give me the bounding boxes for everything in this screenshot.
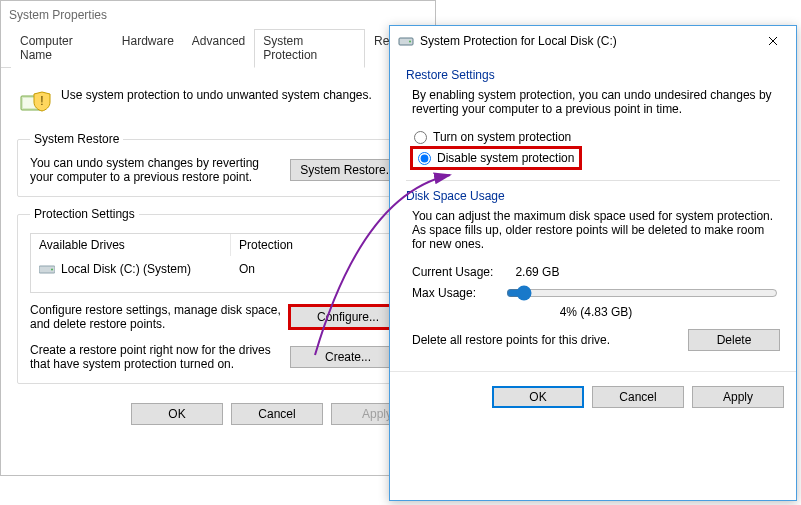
svg-point-6 xyxy=(409,41,411,43)
drives-table: Available Drives Protection Local Disk (… xyxy=(30,233,406,293)
max-usage-label: Max Usage: xyxy=(412,286,496,300)
col-header-protection[interactable]: Protection xyxy=(231,234,405,256)
dialog-cancel-button[interactable]: Cancel xyxy=(592,386,684,408)
system-properties-title: System Properties xyxy=(9,8,107,22)
system-restore-legend: System Restore xyxy=(30,132,123,146)
protection-settings-legend: Protection Settings xyxy=(30,207,139,221)
restore-settings-heading: Restore Settings xyxy=(406,68,780,82)
radio-turn-on[interactable]: Turn on system protection xyxy=(412,126,780,148)
col-header-drive[interactable]: Available Drives xyxy=(31,234,231,256)
protection-settings-group: Protection Settings Available Drives Pro… xyxy=(17,207,419,384)
dialog-apply-button[interactable]: Apply xyxy=(692,386,784,408)
tab-hardware[interactable]: Hardware xyxy=(113,29,183,68)
disk-usage-heading: Disk Space Usage xyxy=(406,189,780,203)
max-usage-readout: 4% (4.83 GB) xyxy=(412,303,780,329)
radio-turn-on-label: Turn on system protection xyxy=(433,130,571,144)
drive-title-icon xyxy=(398,33,414,49)
dialog-ok-button[interactable]: OK xyxy=(492,386,584,408)
close-button[interactable] xyxy=(752,27,794,55)
intro-text: Use system protection to undo unwanted s… xyxy=(61,82,372,102)
drive-protection: On xyxy=(231,256,405,292)
system-protection-icon: ! xyxy=(19,82,51,114)
radio-turn-on-input[interactable] xyxy=(414,131,427,144)
radio-disable-input[interactable] xyxy=(418,152,431,165)
restore-settings-desc: By enabling system protection, you can u… xyxy=(412,88,780,116)
current-usage-value: 2.69 GB xyxy=(515,265,559,279)
create-desc: Create a restore point right now for the… xyxy=(30,343,282,371)
tab-system-protection[interactable]: System Protection xyxy=(254,29,365,68)
radio-disable-label: Disable system protection xyxy=(437,151,574,165)
table-row[interactable]: Local Disk (C:) (System) On xyxy=(31,256,405,292)
system-properties-window: System Properties Computer Name Hardware… xyxy=(0,0,436,476)
system-protection-dialog: System Protection for Local Disk (C:) Re… xyxy=(389,25,797,501)
system-properties-footer: OK Cancel Apply xyxy=(1,392,435,435)
ok-button[interactable]: OK xyxy=(131,403,223,425)
tab-advanced[interactable]: Advanced xyxy=(183,29,254,68)
system-restore-group: System Restore You can undo system chang… xyxy=(17,132,419,197)
current-usage-label: Current Usage: xyxy=(412,265,493,279)
disk-usage-desc: You can adjust the maximum disk space us… xyxy=(412,209,780,251)
svg-text:!: ! xyxy=(40,94,43,108)
drives-table-header: Available Drives Protection xyxy=(31,234,405,256)
tab-computer-name[interactable]: Computer Name xyxy=(11,29,113,68)
delete-button[interactable]: Delete xyxy=(688,329,780,351)
delete-desc: Delete all restore points for this drive… xyxy=(412,333,678,347)
svg-point-4 xyxy=(51,269,53,271)
close-icon xyxy=(768,36,778,46)
drive-icon xyxy=(39,263,55,275)
system-protection-dialog-footer: OK Cancel Apply xyxy=(390,371,796,422)
system-properties-tabs: Computer Name Hardware Advanced System P… xyxy=(1,28,435,68)
system-protection-dialog-titlebar: System Protection for Local Disk (C:) xyxy=(390,26,796,56)
configure-desc: Configure restore settings, manage disk … xyxy=(30,303,282,331)
system-protection-dialog-title: System Protection for Local Disk (C:) xyxy=(420,34,617,48)
divider xyxy=(406,180,780,181)
drive-name: Local Disk (C:) (System) xyxy=(61,262,191,276)
cancel-button[interactable]: Cancel xyxy=(231,403,323,425)
radio-disable[interactable]: Disable system protection xyxy=(412,148,580,168)
max-usage-slider[interactable] xyxy=(506,285,778,301)
system-properties-titlebar: System Properties xyxy=(1,1,435,28)
system-restore-desc: You can undo system changes by reverting… xyxy=(30,156,282,184)
